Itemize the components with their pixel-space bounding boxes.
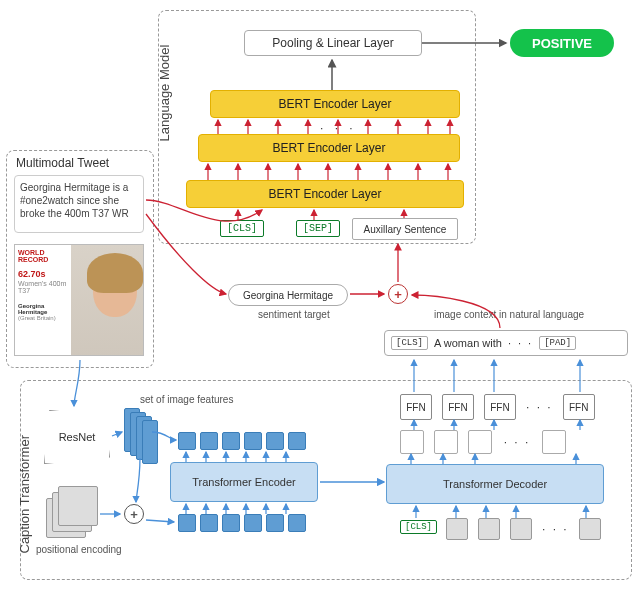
bert-layer-bottom: BERT Encoder Layer: [186, 180, 464, 208]
tweet-image-banner: WORLD RECORD: [15, 245, 71, 263]
decoder-input-cls: [CLS]: [400, 520, 437, 534]
caption-pad-token: [PAD]: [539, 336, 576, 350]
ffn-3: FFN: [484, 394, 516, 420]
positional-encoding-label: positional encoding: [36, 544, 122, 555]
bert-layer-top: BERT Encoder Layer: [210, 90, 460, 118]
caption-transformer-title: Caption Transformer: [17, 414, 32, 554]
caption-cls-token: [CLS]: [391, 336, 428, 350]
plus-op-mid: +: [388, 284, 408, 304]
bert-ellipsis: · · ·: [320, 121, 357, 135]
ffn-4: FFN: [563, 394, 595, 420]
ffn-ellipsis: · · ·: [526, 400, 553, 414]
caption-ellipsis: · · ·: [508, 337, 533, 349]
pooling-layer: Pooling & Linear Layer: [244, 30, 422, 56]
transformer-encoder: Transformer Encoder: [170, 462, 318, 502]
ffn-row: FFN FFN FFN · · · FFN: [400, 394, 595, 420]
caption-sequence: [CLS] A woman with · · · [PAD]: [384, 330, 628, 356]
image-features-label: set of image features: [140, 394, 233, 405]
multimodal-tweet-title: Multimodal Tweet: [16, 156, 109, 170]
language-model-title: Language Model: [157, 22, 172, 142]
output-positive-badge: POSITIVE: [510, 29, 614, 57]
caption-text: A woman with: [434, 337, 502, 349]
auxiliary-sentence-box: Auxillary Sentence: [352, 218, 458, 240]
positional-encoding-stack: [58, 486, 98, 526]
tweet-image-sub1: Women's 400m T37: [15, 279, 71, 295]
sep-token: [SEP]: [296, 220, 340, 237]
tweet-image-sub3: (Great Britain): [15, 315, 71, 321]
tweet-image-sub2: Georgina Hermitage: [15, 295, 71, 315]
transformer-decoder: Transformer Decoder: [386, 464, 604, 504]
tweet-image-time: 62.70s: [15, 263, 71, 279]
ffn-1: FFN: [400, 394, 432, 420]
decoder-input-row: · · ·: [446, 518, 601, 540]
cls-token: [CLS]: [220, 220, 264, 237]
ffn-2: FFN: [442, 394, 474, 420]
plus-op-bottom: +: [124, 504, 144, 524]
bert-layer-mid: BERT Encoder Layer: [198, 134, 460, 162]
image-context-label: image context in natural language: [434, 309, 584, 320]
sentiment-target-name: Georgina Hermitage: [228, 284, 348, 306]
tweet-image: WORLD RECORD 62.70s Women's 400m T37 Geo…: [14, 244, 144, 356]
encoder-bottom-row: [178, 514, 306, 532]
encoder-top-row: [178, 432, 306, 450]
resnet-block: ResNet: [44, 410, 110, 464]
sentiment-target-label: sentiment target: [258, 309, 330, 320]
decoder-output-row: · · ·: [400, 430, 566, 454]
tweet-text: Georgina Hermitage is a #one2watch since…: [14, 175, 144, 233]
